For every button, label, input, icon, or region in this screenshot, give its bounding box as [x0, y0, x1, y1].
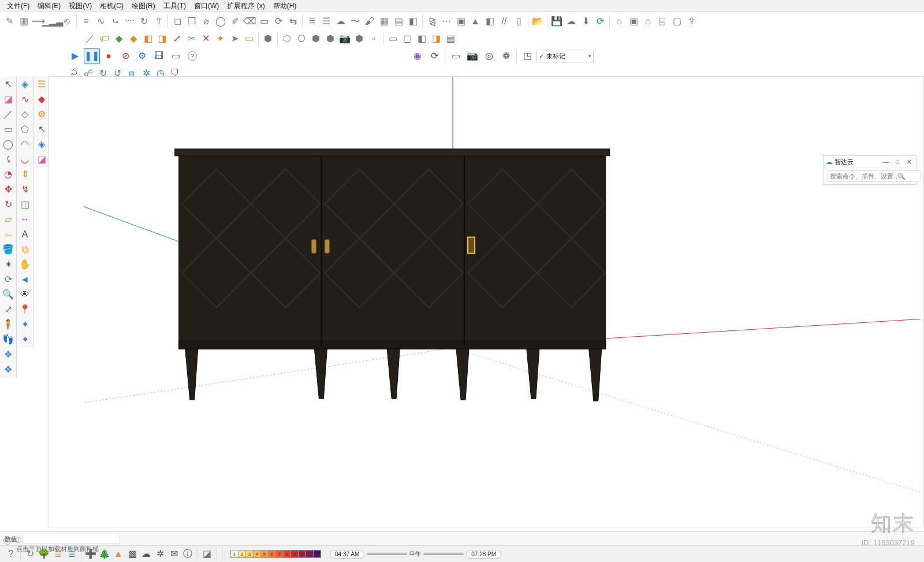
cloud-icon[interactable]: ☁ — [334, 14, 348, 28]
orbit-green-icon[interactable]: ⟳ — [1, 273, 15, 286]
screen-icon[interactable]: ▭ — [167, 48, 184, 64]
info2-icon[interactable]: ⓘ — [181, 548, 194, 560]
pin-icon[interactable]: ◉ — [409, 48, 426, 64]
solid1-icon[interactable]: ⬢ — [261, 32, 275, 46]
help-icon[interactable]: ? — [184, 48, 200, 64]
diamond2-icon[interactable]: ◆ — [126, 32, 140, 46]
shadow-slider[interactable] — [367, 553, 407, 555]
move-red-icon[interactable]: ✥ — [1, 183, 15, 196]
position-cam-icon[interactable]: 📍 — [18, 303, 32, 317]
help2-icon[interactable]: ? — [5, 548, 17, 560]
dots-icon[interactable]: ⋯ — [439, 14, 453, 28]
refresh-icon[interactable]: ⟳ — [593, 14, 607, 28]
wave-icon[interactable]: 〜 — [348, 14, 362, 28]
zoom-icon[interactable]: 🔍 — [1, 288, 15, 302]
eraser-gray-icon[interactable]: ◪ — [200, 548, 213, 560]
solid6-icon[interactable]: ⬢ — [352, 32, 366, 46]
mirror-icon[interactable]: ⧎ — [425, 14, 439, 28]
offset-icon[interactable]: ◻︎ — [170, 14, 184, 28]
menu-file[interactable]: 文件(F) — [3, 0, 33, 12]
section-icon[interactable]: ⎋ — [60, 14, 74, 28]
frame-icon[interactable]: ▯ — [512, 14, 526, 28]
tree2-icon[interactable]: 🎄 — [98, 548, 111, 560]
download-icon[interactable]: ⬇ — [579, 14, 593, 28]
home-icon[interactable]: ⌂ — [641, 14, 655, 28]
menu-camera[interactable]: 相机(C) — [96, 0, 127, 12]
target-icon[interactable]: ◎ — [481, 48, 497, 64]
swatch-1[interactable]: 1 — [230, 550, 239, 558]
swatch-10[interactable]: 10 — [298, 550, 306, 558]
shadow-time-start[interactable]: 04:37 AM — [330, 550, 364, 559]
eraser-icon[interactable]: ⌫ — [243, 14, 256, 28]
solid5-icon[interactable]: ⬢ — [323, 32, 337, 46]
page2-icon[interactable]: ▭ — [386, 32, 400, 46]
toggle-icon[interactable]: ⇆ — [286, 14, 300, 28]
align-icon[interactable]: ▤ — [392, 14, 405, 28]
page6-icon[interactable]: ▤ — [444, 32, 457, 46]
box-icon[interactable]: ❒ — [185, 14, 199, 28]
panel-min-button[interactable]: — — [881, 158, 891, 166]
pie-red-icon[interactable]: ◔ — [1, 168, 15, 181]
cylinder-icon[interactable]: ⌀ — [199, 14, 213, 28]
stack-orange-icon[interactable]: ☰ — [35, 77, 49, 91]
scale-icon[interactable]: ⤢ — [170, 32, 184, 46]
rotate-icon[interactable]: ↻ — [137, 14, 151, 28]
spline-icon[interactable]: 〰 — [122, 14, 136, 28]
grid-icon[interactable]: ▦ — [377, 14, 391, 28]
swatch-3[interactable]: 3 — [245, 550, 254, 558]
panel-menu-button[interactable]: ≡ — [893, 158, 902, 166]
upload-cloud-icon[interactable]: ☁︎ — [564, 14, 578, 28]
sweep-icon[interactable]: // — [497, 14, 511, 28]
plugin-search-input[interactable] — [826, 170, 921, 182]
extension3-icon[interactable]: ✦ — [18, 318, 32, 332]
camera2-icon[interactable]: 📷 — [464, 48, 480, 64]
menu-window[interactable]: 窗口(W) — [191, 0, 222, 12]
cloud-up2-icon[interactable]: ☁ — [140, 548, 152, 560]
gear-orange-icon[interactable]: ⚙ — [35, 107, 49, 121]
menu-edit[interactable]: 编辑(E) — [34, 0, 64, 12]
cube-blue-icon[interactable]: ◈ — [35, 137, 49, 151]
knife-icon[interactable]: ／ — [83, 32, 97, 46]
look-icon[interactable]: 👁 — [18, 288, 32, 302]
menu-view[interactable]: 视图(V) — [65, 0, 95, 12]
section-plane-icon[interactable]: ▥ — [17, 14, 31, 28]
page5-icon[interactable]: ◨ — [429, 32, 443, 46]
stop-icon[interactable]: ⊘ — [117, 48, 133, 64]
sphere-icon[interactable]: ◯ — [214, 14, 228, 28]
cut-icon[interactable]: ✂ — [184, 32, 198, 46]
swatch-11[interactable]: 11 — [305, 550, 314, 558]
menu-help[interactable]: 帮助(H) — [270, 0, 300, 12]
ruler-icon[interactable]: ≡ — [79, 14, 93, 28]
page3-icon[interactable]: ▢ — [400, 32, 414, 46]
triangle-icon[interactable]: ▲ — [468, 14, 482, 28]
arc3-red-icon[interactable]: ◡ — [18, 152, 32, 166]
shadow-slider-2[interactable] — [423, 553, 464, 555]
walk-icon[interactable]: 🧍 — [1, 318, 15, 332]
box3d-icon[interactable]: ▣ — [627, 14, 640, 28]
extension1-icon[interactable]: ❖ — [1, 348, 15, 362]
pink-eraser-icon[interactable]: ◪ — [35, 152, 49, 166]
scale-green-icon[interactable]: ◫ — [18, 198, 32, 211]
rotate-angle-icon[interactable]: ⟳ — [271, 14, 285, 28]
page1-icon[interactable]: ▫ — [367, 32, 381, 46]
zoom-extents-icon[interactable]: ⤢ — [1, 303, 15, 317]
screen2-icon[interactable]: ▭ — [448, 48, 464, 64]
cube-orange2-icon[interactable]: ◨ — [155, 32, 169, 46]
doc-icon[interactable]: ▭ — [242, 32, 256, 46]
swatch-6[interactable]: 6 — [268, 550, 276, 558]
wand-icon[interactable]: ✦ — [213, 32, 227, 46]
extrude-icon[interactable]: ⇧ — [151, 14, 165, 28]
x-icon[interactable]: ✕ — [199, 32, 213, 46]
select2-icon[interactable]: ↖ — [35, 122, 49, 136]
solid2-icon[interactable]: ⬡ — [280, 32, 294, 46]
panel-close-button[interactable]: ✕ — [904, 158, 914, 166]
swatch-9[interactable]: 9 — [290, 550, 299, 558]
globe-icon[interactable]: ❁ — [498, 48, 514, 64]
tape-yellow-icon[interactable]: ⟜ — [1, 228, 15, 241]
swatch-5[interactable]: 5 — [260, 550, 269, 558]
cube-orange-icon[interactable]: ◧ — [141, 32, 155, 46]
follow-me-icon[interactable]: ↯ — [18, 183, 32, 196]
save-icon[interactable]: 💾 — [550, 14, 564, 28]
folder-open-icon[interactable]: 📂 — [531, 14, 545, 28]
arc2-red-icon[interactable]: ◠ — [18, 137, 32, 151]
